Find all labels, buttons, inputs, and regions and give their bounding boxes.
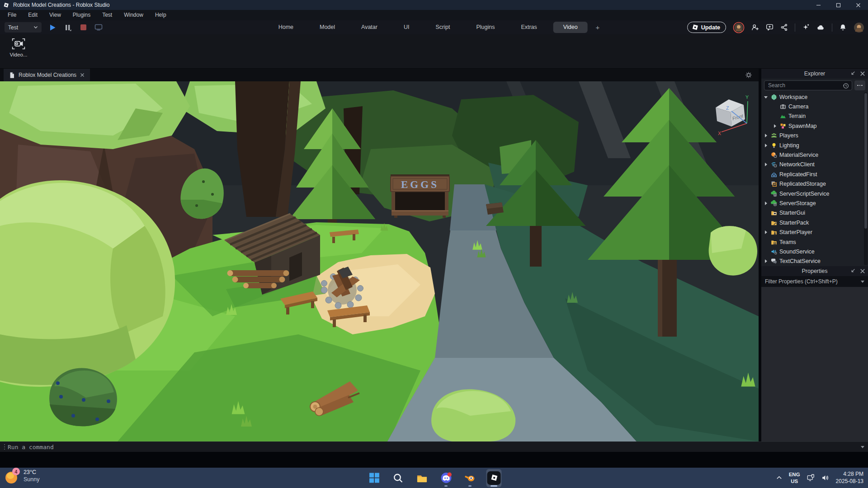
maximize-button[interactable] (828, 0, 848, 10)
explorer-item-serverstorage[interactable]: ServerStorage (761, 198, 863, 208)
menu-file[interactable]: File (2, 10, 22, 20)
explorer-item-serverscriptservice[interactable]: ServerScriptService (761, 189, 863, 198)
expand-arrow-icon[interactable] (772, 123, 778, 129)
close-icon[interactable] (80, 73, 85, 77)
explorer-item-soundservice[interactable]: SoundService (761, 247, 863, 256)
menu-view[interactable]: View (43, 10, 67, 20)
discord-button[interactable] (439, 469, 454, 487)
taskbar-clock[interactable]: 4:28 PM 2025-08-13 (836, 471, 863, 485)
weather-widget[interactable]: 4 23°C Sunny (5, 469, 39, 483)
explorer-item-terrain[interactable]: Terrain (761, 112, 863, 121)
expand-arrow-icon[interactable] (763, 162, 769, 167)
screen-device-button[interactable] (94, 23, 103, 32)
filter-dropdown-icon[interactable] (861, 281, 864, 283)
explorer-search-input[interactable] (764, 81, 852, 90)
expand-arrow-icon[interactable] (763, 230, 769, 235)
close-icon[interactable] (860, 71, 865, 76)
ai-assistant-button[interactable] (802, 23, 810, 31)
update-label: Update (701, 24, 720, 31)
replicatedfirst-icon (771, 171, 777, 178)
update-button[interactable]: Update (687, 22, 726, 33)
explorer-item-label: StarterGui (779, 210, 805, 216)
explorer-item-materialservice[interactable]: MaterialService (761, 150, 863, 160)
command-bar (0, 441, 868, 452)
document-tab[interactable]: Roblox Model Creations (4, 69, 90, 81)
network-button[interactable] (807, 474, 815, 482)
video-capture-button[interactable]: Video... (5, 38, 32, 57)
command-bar-expand-icon[interactable] (861, 446, 864, 448)
avatar-live-button[interactable] (733, 22, 745, 33)
volume-button[interactable] (821, 474, 830, 482)
language-indicator[interactable]: ENG US (789, 471, 800, 484)
menu-test[interactable]: Test (96, 10, 118, 20)
menu-edit[interactable]: Edit (22, 10, 43, 20)
explorer-item-players[interactable]: Players (761, 131, 863, 141)
tab-extras[interactable]: Extras (511, 22, 547, 33)
explorer-item-starterplayer[interactable]: StarterPlayer (761, 227, 863, 237)
filter-properties-input[interactable] (765, 278, 861, 285)
start-button[interactable] (367, 469, 382, 487)
user-avatar-button[interactable] (854, 22, 864, 33)
expand-arrow-icon[interactable] (763, 258, 769, 264)
menu-help[interactable]: Help (149, 10, 172, 20)
material-icon (771, 152, 777, 158)
network-display-icon (807, 474, 815, 482)
tab-video[interactable]: Video (553, 22, 588, 33)
tab-plugins[interactable]: Plugins (466, 22, 505, 33)
explorer-item-camera[interactable]: Camera (761, 102, 863, 111)
windows-start-icon (368, 472, 380, 483)
command-input[interactable] (8, 444, 861, 450)
explorer-item-starterpack[interactable]: StarterPack (761, 218, 863, 227)
explorer-item-spawnmap[interactable]: SpawnMap (761, 121, 863, 131)
expand-arrow-icon[interactable] (763, 201, 769, 206)
tab-home[interactable]: Home (269, 22, 303, 33)
history-icon[interactable] (842, 82, 849, 89)
notifications-button[interactable] (839, 23, 847, 31)
explorer-item-textchatservice[interactable]: TextChatService (761, 257, 863, 266)
roblox-studio-button[interactable] (486, 469, 502, 487)
close-button[interactable] (848, 0, 868, 10)
feedback-button[interactable] (766, 23, 774, 31)
explorer-item-teams[interactable]: Teams (761, 237, 863, 247)
close-icon[interactable] (860, 268, 865, 274)
explorer-item-workspace[interactable]: Workspace (761, 92, 863, 102)
tray-expand-button[interactable] (776, 474, 783, 481)
stop-button[interactable] (79, 23, 88, 32)
eggs-stand[interactable]: EGGS (391, 174, 449, 218)
share-button[interactable] (780, 23, 788, 31)
tab-script[interactable]: Script (425, 22, 460, 33)
dock-icon[interactable] (849, 70, 856, 77)
explorer-scrollbar[interactable] (864, 92, 868, 265)
expand-arrow-icon[interactable] (763, 143, 769, 148)
window-title: Roblox Model Creations - Roblox Studio (13, 2, 109, 8)
screen-device-icon (94, 24, 103, 31)
pause-button[interactable] (63, 23, 72, 32)
cloud-sync-button[interactable] (816, 24, 825, 31)
eggs-sign-text: EGGS (401, 179, 439, 190)
explorer-item-lighting[interactable]: Lighting (761, 141, 863, 150)
viewport-settings-button[interactable] (745, 71, 752, 80)
explorer-item-startergui[interactable]: StarterGui (761, 208, 863, 218)
tab-model[interactable]: Model (310, 22, 345, 33)
drag-handle-icon[interactable] (1, 444, 8, 450)
explorer-item-replicatedstorage[interactable]: ReplicatedStorage (761, 179, 863, 189)
new-tab-button[interactable]: + (596, 23, 600, 31)
minimize-button[interactable] (808, 0, 828, 10)
taskbar-search-button[interactable] (391, 469, 406, 487)
viewport-3d-scene[interactable]: EGGS (0, 81, 759, 441)
expand-arrow-icon[interactable] (763, 94, 769, 100)
expand-arrow-icon[interactable] (763, 133, 769, 138)
blender-button[interactable] (462, 469, 478, 487)
play-button[interactable] (48, 23, 57, 32)
file-explorer-button[interactable] (415, 469, 430, 487)
tab-avatar[interactable]: Avatar (351, 22, 387, 33)
menu-plugins[interactable]: Plugins (67, 10, 96, 20)
add-person-button[interactable] (751, 23, 759, 31)
test-mode-dropdown[interactable]: Test (5, 22, 42, 33)
explorer-item-networkclient[interactable]: NetworkClient (761, 160, 863, 169)
menu-window[interactable]: Window (118, 10, 149, 20)
explorer-more-options-button[interactable] (854, 80, 865, 90)
tab-ui[interactable]: UI (394, 22, 420, 33)
explorer-item-replicatedfirst[interactable]: ReplicatedFirst (761, 169, 863, 179)
dock-icon[interactable] (849, 268, 856, 274)
